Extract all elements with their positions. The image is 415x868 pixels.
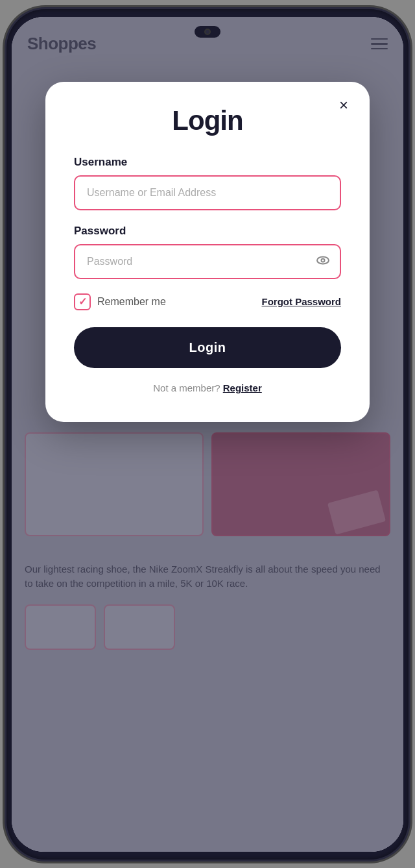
svg-point-0 (317, 256, 329, 264)
remember-left: ✓ Remember me (74, 293, 166, 310)
register-link[interactable]: Register (223, 382, 262, 393)
register-row: Not a member? Register (74, 382, 341, 393)
modal-title: Login (74, 105, 341, 136)
username-label: Username (74, 156, 341, 169)
close-button[interactable]: × (332, 93, 355, 117)
password-input[interactable] (74, 244, 341, 279)
show-password-icon[interactable] (315, 253, 331, 271)
username-input[interactable] (74, 175, 341, 210)
phone-screen: Shoppes Our lightest racing shoe, the Ni… (12, 17, 403, 852)
login-button[interactable]: Login (74, 327, 341, 368)
modal-overlay: × Login Username Password (12, 17, 403, 852)
phone-frame: Shoppes Our lightest racing shoe, the Ni… (6, 9, 409, 860)
remember-row: ✓ Remember me Forgot Password (74, 293, 341, 310)
username-field-wrapper (74, 175, 341, 210)
forgot-password-link[interactable]: Forgot Password (261, 296, 341, 307)
camera-icon (204, 29, 211, 35)
remember-me-label: Remember me (97, 296, 166, 308)
notch (195, 26, 220, 38)
svg-point-1 (322, 258, 325, 262)
checkbox-check-icon: ✓ (78, 295, 87, 308)
register-prompt: Not a member? (153, 382, 220, 393)
password-field-wrapper (74, 244, 341, 279)
password-label: Password (74, 225, 341, 238)
remember-me-checkbox[interactable]: ✓ (74, 293, 91, 310)
login-modal: × Login Username Password (45, 82, 370, 422)
